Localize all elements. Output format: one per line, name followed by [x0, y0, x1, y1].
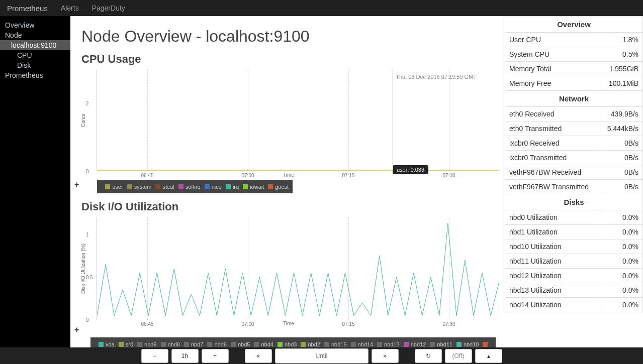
x-tick: 07:30 [442, 321, 455, 327]
legend-label[interactable]: nice [212, 184, 222, 190]
legend-swatch[interactable] [207, 342, 212, 347]
refresh-button[interactable]: ↻ [415, 349, 442, 363]
chart-tooltip: user: 0.033 [393, 165, 428, 174]
sidebar-item-overview[interactable]: Overview [0, 20, 70, 30]
table-row: lxcbr0 Transmitted0B/s [505, 151, 643, 165]
cpu-section-title: CPU Usage [81, 53, 496, 66]
legend-swatch[interactable] [99, 342, 104, 347]
until-input[interactable] [275, 348, 369, 363]
legend-label[interactable]: vda [106, 341, 115, 347]
legend-label[interactable]: softirq [186, 184, 201, 190]
table-row: nbd0 Utilization0.0% [505, 210, 643, 225]
step-forward-button[interactable]: » [372, 349, 399, 363]
legend-swatch[interactable] [231, 342, 236, 347]
legend-swatch[interactable] [483, 342, 488, 347]
panel-header: Overview [505, 17, 643, 33]
disk-chart[interactable]: Disk I/O Utilization (%) 00.5106:4507:00… [97, 217, 496, 320]
autorefresh-caret-button[interactable]: ▴ [475, 349, 502, 363]
legend-swatch[interactable] [278, 342, 283, 347]
legend-swatch[interactable] [205, 184, 210, 189]
legend-label[interactable]: system [134, 184, 152, 190]
legend-label[interactable]: nbd4 [261, 341, 273, 347]
legend-swatch[interactable] [178, 184, 183, 189]
nav-item-pagerduty[interactable]: PagerDuty [92, 4, 125, 12]
legend-label[interactable]: nbd11 [437, 341, 452, 347]
legend-swatch[interactable] [243, 184, 248, 189]
panel-header: Network [505, 91, 643, 107]
metric-value: 1.8% [600, 33, 642, 47]
brand[interactable]: Prometheus [7, 4, 48, 13]
metric-value: 0.0% [600, 269, 642, 283]
autorefresh-off-button[interactable]: (Off) [445, 349, 472, 363]
topbar: Prometheus AlertsPagerDuty [0, 0, 643, 16]
legend-swatch[interactable] [155, 184, 160, 189]
legend-swatch[interactable] [301, 342, 306, 347]
bottombar: − 1h + « » ↻ (Off) ▴ [0, 347, 643, 364]
legend-label[interactable]: nbd14 [358, 341, 374, 347]
legend-label[interactable]: nbd10 [464, 341, 479, 347]
sidebar-item-cpu[interactable]: CPU [0, 50, 70, 60]
panel-header: Disks [505, 194, 643, 210]
legend-swatch[interactable] [137, 342, 142, 347]
panel-table: OverviewUser CPU1.8%System CPU0.5%Memory… [505, 16, 643, 312]
zoom-in-button[interactable]: + [202, 349, 229, 363]
sidebar-item-prometheus[interactable]: Prometheus [0, 70, 70, 80]
main: OverviewNodelocalhost:9100CPUDiskPrometh… [0, 16, 643, 347]
disk-add-button[interactable]: + [74, 325, 79, 334]
metric-value: 439.9B/s [600, 107, 642, 122]
sidebar-item-disk[interactable]: Disk [0, 60, 70, 70]
step-back-button[interactable]: « [245, 349, 272, 363]
legend-swatch[interactable] [127, 184, 132, 189]
legend-label[interactable]: nbd13 [384, 341, 400, 347]
cpu-legend[interactable]: usersystemstealsoftirqniceirqiowaitguest [97, 180, 293, 193]
zoom-out-button[interactable]: − [141, 349, 168, 363]
range-button[interactable]: 1h [171, 349, 199, 363]
legend-swatch[interactable] [161, 342, 166, 347]
legend-swatch[interactable] [268, 184, 273, 189]
cpu-add-button[interactable]: + [74, 180, 79, 189]
metric-value: 0B/s [600, 151, 642, 165]
legend-label[interactable]: nbd9 [144, 341, 156, 347]
legend-swatch[interactable] [119, 342, 124, 347]
legend-swatch[interactable] [430, 342, 435, 347]
legend-swatch[interactable] [324, 342, 329, 347]
disk-ylabel: Disk I/O Utilization (%) [80, 244, 86, 294]
disk-legend[interactable]: vdasr0nbd9nbd8nbd7nbd6nbd5nbd4nbd3nbd2nb… [90, 337, 496, 347]
nav-item-alerts[interactable]: Alerts [61, 4, 79, 12]
cpu-chart-wrap: Cores Thu, 03 Dec 2015 07:19:59 GMT 0206… [81, 70, 496, 193]
legend-label[interactable]: user [112, 184, 123, 190]
legend-swatch[interactable] [226, 184, 231, 189]
metric-value: 0.5% [600, 47, 642, 62]
page-title: Node Overview - localhost:9100 [81, 27, 496, 46]
legend-label[interactable]: nbd3 [285, 341, 297, 347]
legend-label[interactable]: nbd12 [411, 341, 426, 347]
legend-label[interactable]: nbd7 [191, 341, 203, 347]
legend-label[interactable]: irq [233, 184, 239, 190]
cpu-chart[interactable]: Cores Thu, 03 Dec 2015 07:19:59 GMT 0206… [97, 70, 496, 171]
legend-swatch[interactable] [105, 184, 110, 189]
legend-label[interactable]: guest [275, 184, 289, 190]
sidebar-item-node[interactable]: Node [0, 30, 70, 40]
legend-label[interactable]: sr0 [126, 341, 133, 347]
legend-label[interactable]: nbd2 [308, 341, 320, 347]
table-row: Memory Total1.955GiB [505, 62, 643, 76]
legend-swatch[interactable] [404, 342, 409, 347]
legend-label[interactable]: iowait [250, 184, 264, 190]
legend-swatch[interactable] [351, 342, 356, 347]
legend-label[interactable]: nbd8 [168, 341, 180, 347]
legend-label[interactable]: nbd15 [331, 341, 347, 347]
table-row: System CPU0.5% [505, 47, 643, 62]
y-tick: 0 [86, 317, 89, 323]
legend-swatch[interactable] [184, 342, 189, 347]
legend-label[interactable]: nbd5 [238, 341, 250, 347]
legend-swatch[interactable] [377, 342, 382, 347]
metric-value: 0.0% [600, 210, 642, 225]
legend-swatch[interactable] [254, 342, 259, 347]
metric-name: nbd14 Utilization [505, 298, 600, 312]
legend-swatch[interactable] [456, 342, 462, 347]
x-tick: 07:00 [241, 321, 254, 327]
legend-label[interactable]: steal [162, 184, 174, 190]
sidebar-item-localhost-9100[interactable]: localhost:9100 [0, 40, 70, 50]
legend-label[interactable]: nbd6 [214, 341, 226, 347]
table-row: eth0 Received439.9B/s [505, 107, 643, 122]
